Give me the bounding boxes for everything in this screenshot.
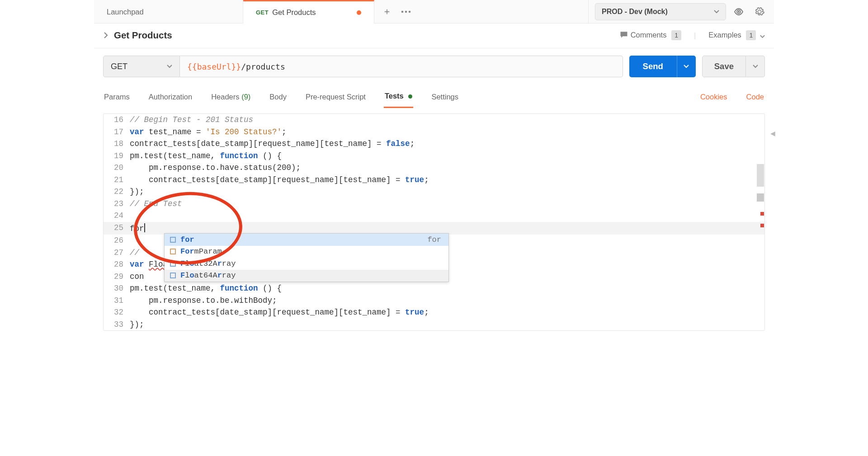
save-dropdown[interactable] bbox=[746, 56, 765, 77]
tab-launchpad[interactable]: Launchpad bbox=[94, 0, 243, 24]
autocomplete-item[interactable]: FormParam bbox=[165, 246, 448, 258]
tab-actions bbox=[374, 0, 419, 23]
tab-prerequest[interactable]: Pre-request Script bbox=[305, 88, 367, 108]
keyword-icon bbox=[170, 273, 176, 278]
cookies-link[interactable]: Cookies bbox=[699, 88, 728, 108]
side-caret-icon: ◀ bbox=[770, 130, 775, 137]
comments-count: 1 bbox=[671, 30, 681, 40]
tab-overflow-button[interactable] bbox=[398, 4, 414, 20]
top-bar: Launchpad GET Get Products PROD - Dev (M… bbox=[94, 0, 774, 24]
svg-point-3 bbox=[738, 11, 740, 13]
code-link[interactable]: Code bbox=[745, 88, 765, 108]
examples-button[interactable]: Examples 1 bbox=[708, 30, 765, 40]
comments-label: Comments bbox=[631, 31, 667, 39]
editor-wrap: 16// Begin Test - 201 Status17var test_n… bbox=[94, 108, 774, 340]
tab-tests-label: Tests bbox=[385, 92, 404, 100]
send-group: Send bbox=[629, 56, 696, 77]
environment-quicklook-button[interactable] bbox=[731, 4, 747, 20]
autocomplete-item[interactable]: forfor bbox=[165, 234, 448, 246]
line-code[interactable]: contract_tests[date_stamp][request_name]… bbox=[130, 174, 764, 186]
comments-button[interactable]: Comments 1 bbox=[619, 30, 681, 40]
chevron-down-icon bbox=[714, 10, 719, 14]
editor-line[interactable]: 18contract_tests[date_stamp][request_nam… bbox=[104, 138, 764, 150]
tab-params[interactable]: Params bbox=[103, 88, 131, 108]
line-number: 28 bbox=[104, 259, 130, 271]
examples-count: 1 bbox=[746, 30, 756, 40]
chevron-down-icon bbox=[167, 65, 172, 68]
save-button[interactable]: Save bbox=[702, 56, 746, 77]
line-number: 23 bbox=[104, 198, 130, 210]
request-title: Get Products bbox=[114, 30, 172, 41]
editor-line[interactable]: 31 pm.response.to.be.withBody; bbox=[104, 295, 764, 307]
tab-authorization[interactable]: Authorization bbox=[148, 88, 193, 108]
class-icon bbox=[170, 249, 176, 254]
line-number: 25 bbox=[104, 222, 130, 234]
line-code[interactable]: pm.response.to.have.status(200); bbox=[130, 162, 764, 174]
editor-line[interactable]: 33}); bbox=[104, 319, 764, 331]
tab-headers-label: Headers bbox=[211, 93, 239, 101]
chevron-down-icon bbox=[684, 65, 689, 68]
editor-line[interactable]: 32 contract_tests[date_stamp][request_na… bbox=[104, 306, 764, 319]
line-code[interactable]: var test_name = 'Is 200 Status?'; bbox=[130, 126, 764, 138]
tab-settings[interactable]: Settings bbox=[430, 88, 459, 108]
line-code[interactable]: for bbox=[130, 222, 764, 235]
autocomplete-popup[interactable]: forforFormParamFloat32ArrayFloat64Array bbox=[164, 233, 449, 282]
comment-icon bbox=[619, 30, 628, 39]
line-code[interactable]: // Begin Test - 201 Status bbox=[130, 114, 764, 126]
editor-line[interactable]: 25for bbox=[104, 222, 764, 235]
editor-line[interactable]: 22}); bbox=[104, 186, 764, 198]
autocomplete-item[interactable]: Float32Array bbox=[165, 258, 448, 270]
keyword-icon bbox=[170, 237, 176, 243]
line-code[interactable]: contract_tests[date_stamp][request_name]… bbox=[130, 138, 764, 150]
tests-status-dot-icon bbox=[408, 94, 412, 99]
collapse-icon[interactable] bbox=[103, 32, 108, 38]
line-code[interactable]: pm.response.to.be.withBody; bbox=[130, 295, 764, 307]
new-tab-button[interactable] bbox=[379, 4, 395, 20]
chevron-down-icon bbox=[753, 65, 758, 68]
autocomplete-item[interactable]: Float64Array bbox=[165, 270, 448, 282]
line-number: 20 bbox=[104, 162, 130, 174]
line-code[interactable]: contract_tests[date_stamp][request_name]… bbox=[130, 306, 764, 319]
line-number: 18 bbox=[104, 138, 130, 150]
method-label: GET bbox=[111, 62, 127, 71]
send-dropdown[interactable] bbox=[677, 56, 696, 77]
url-path: /products bbox=[241, 62, 285, 71]
autocomplete-label: FormParam bbox=[180, 247, 441, 256]
line-code[interactable]: pm.test(test_name, function () { bbox=[130, 150, 764, 162]
editor-line[interactable]: 20 pm.response.to.have.status(200); bbox=[104, 162, 764, 174]
line-code[interactable]: }); bbox=[130, 319, 764, 331]
request-subtabs: Params Authorization Headers (9) Body Pr… bbox=[94, 85, 774, 108]
request-title-row: Get Products Comments 1 | Examples 1 bbox=[94, 24, 774, 48]
editor-line[interactable]: 19pm.test(test_name, function () { bbox=[104, 150, 764, 162]
top-right-controls: PROD - Dev (Mock) bbox=[588, 0, 774, 23]
line-code[interactable]: pm.test(test_name, function () { bbox=[130, 282, 764, 295]
editor-line[interactable]: 21 contract_tests[date_stamp][request_na… bbox=[104, 174, 764, 186]
examples-label: Examples bbox=[708, 31, 741, 39]
method-select[interactable]: GET bbox=[103, 56, 180, 77]
editor-line[interactable]: 30pm.test(test_name, function () { bbox=[104, 282, 764, 295]
editor-minimap[interactable] bbox=[757, 114, 764, 330]
line-code[interactable]: }); bbox=[130, 186, 764, 198]
environment-select[interactable]: PROD - Dev (Mock) bbox=[595, 3, 726, 20]
save-group: Save bbox=[702, 56, 765, 77]
editor-line[interactable]: 24 bbox=[104, 210, 764, 222]
editor-line[interactable]: 17var test_name = 'Is 200 Status?'; bbox=[104, 126, 764, 138]
tab-get-products[interactable]: GET Get Products bbox=[243, 0, 374, 24]
editor-line[interactable]: 23// End Test bbox=[104, 198, 764, 210]
editor-line[interactable]: 16// Begin Test - 201 Status bbox=[104, 114, 764, 126]
line-number: 17 bbox=[104, 126, 130, 138]
line-number: 32 bbox=[104, 306, 130, 319]
line-code[interactable]: // End Test bbox=[130, 198, 764, 210]
autocomplete-label: for bbox=[180, 235, 427, 244]
title-left: Get Products bbox=[103, 30, 172, 41]
tab-headers[interactable]: Headers (9) bbox=[210, 88, 251, 108]
line-number: 33 bbox=[104, 319, 130, 331]
code-editor[interactable]: 16// Begin Test - 201 Status17var test_n… bbox=[103, 113, 765, 331]
settings-button[interactable] bbox=[751, 4, 768, 20]
send-button[interactable]: Send bbox=[629, 56, 677, 77]
tab-body[interactable]: Body bbox=[269, 88, 288, 108]
environment-selected-label: PROD - Dev (Mock) bbox=[602, 8, 668, 16]
tab-tests[interactable]: Tests bbox=[384, 87, 413, 108]
keyword-icon bbox=[170, 261, 176, 267]
url-input[interactable]: {{baseUrl}}/products bbox=[180, 56, 623, 77]
